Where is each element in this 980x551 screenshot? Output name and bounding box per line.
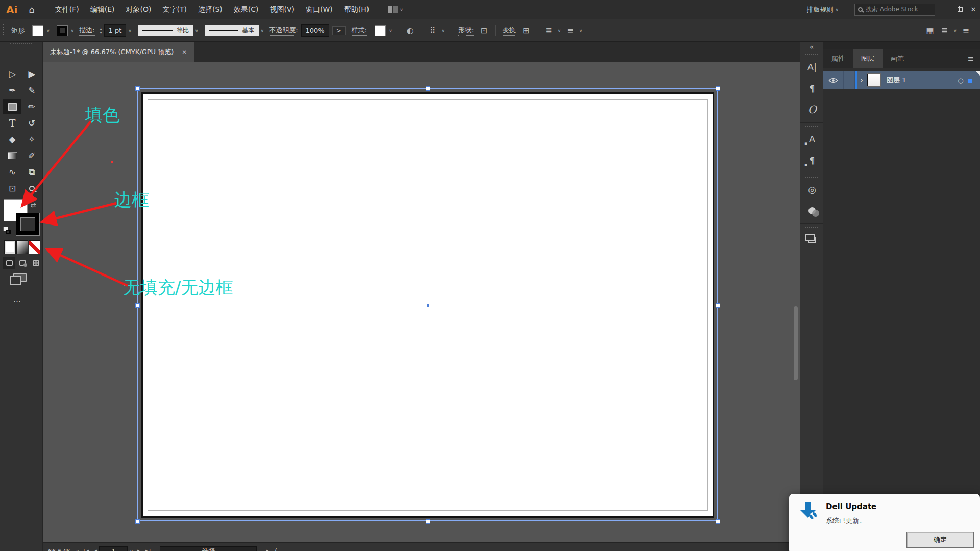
shaper-tool[interactable]: ✧	[22, 132, 41, 147]
character-styles-panel-icon[interactable]: A▪	[800, 128, 824, 149]
layer-visibility-toggle[interactable]	[823, 71, 844, 89]
chevron-down-icon[interactable]: ∨	[130, 549, 133, 551]
paintbrush-tool[interactable]: ✏	[22, 99, 41, 114]
tab-layers[interactable]: 图层	[853, 49, 883, 68]
chevron-down-icon[interactable]: ∨	[400, 7, 403, 12]
type-tool[interactable]: T	[3, 115, 21, 131]
artboard-tool[interactable]: ⊡	[3, 181, 21, 196]
pathfinder-panel-icon[interactable]	[800, 229, 824, 251]
menu-item-file[interactable]: 文件(F)	[50, 5, 85, 14]
curvature-tool[interactable]: ✎	[22, 83, 41, 98]
paragraph-settings-icon[interactable]: ≣	[941, 26, 948, 35]
character-panel-icon[interactable]: A|	[800, 56, 824, 78]
distribute-objects-icon[interactable]: ≡	[567, 26, 573, 35]
selection-handle-s[interactable]	[426, 519, 430, 524]
selection-handle-sw[interactable]	[135, 519, 140, 524]
default-fill-stroke-icon[interactable]	[3, 227, 12, 235]
style-label[interactable]: 样式:	[352, 26, 367, 36]
chevron-down-icon[interactable]: ∨	[579, 28, 583, 33]
brush-definition-dropdown[interactable]: 基本	[205, 25, 259, 36]
dock-group-handle[interactable]	[805, 126, 818, 127]
chevron-down-icon[interactable]: ∨	[261, 28, 264, 33]
ok-button[interactable]: 确定	[906, 532, 974, 548]
paragraph-styles-panel-icon[interactable]: ¶▪	[800, 149, 824, 171]
rotate-tool[interactable]: ↺	[22, 115, 41, 131]
paragraph-panel-icon[interactable]: ¶	[800, 78, 824, 99]
layer-expand-icon[interactable]: ›	[857, 76, 867, 85]
swap-fill-stroke-icon[interactable]: ⇄	[31, 201, 36, 209]
chevron-down-icon[interactable]: ∨	[128, 28, 132, 33]
stroke-color-control[interactable]	[16, 213, 39, 235]
menu-item-window[interactable]: 窗口(W)	[300, 5, 338, 14]
layer-thumbnail[interactable]	[867, 74, 880, 86]
menu-item-view[interactable]: 视图(V)	[264, 5, 301, 14]
illustrator-logo[interactable]: Ai	[6, 4, 17, 16]
panel-menu-icon[interactable]: ≡	[961, 49, 980, 68]
align-objects-icon[interactable]: ≣	[545, 26, 552, 35]
dock-group-handle[interactable]	[805, 227, 818, 228]
selection-handle-nw[interactable]	[135, 86, 140, 91]
home-icon[interactable]: ⌂	[29, 4, 34, 15]
next-artboard-button[interactable]: ▶	[137, 548, 141, 551]
gradient-tool[interactable]	[3, 148, 21, 163]
tab-brushes[interactable]: 画笔	[883, 49, 912, 68]
list-options-icon[interactable]: ≡	[963, 26, 969, 35]
selection-handle-w[interactable]	[135, 303, 140, 308]
chevron-down-icon[interactable]: ∨	[71, 28, 75, 33]
width-tool[interactable]: ∿	[3, 164, 21, 180]
artboard-number-field[interactable]: 1	[99, 546, 128, 551]
panel-grip[interactable]	[3, 24, 4, 37]
width-profile-dropdown[interactable]: 等比	[138, 25, 193, 36]
stroke-weight-label[interactable]: 描边:	[79, 26, 94, 36]
chevron-down-icon[interactable]: ∨	[953, 28, 957, 33]
layer-name[interactable]: 图层 1	[887, 76, 906, 85]
shape-label[interactable]: 形状:	[458, 26, 474, 36]
edit-toolbar-icon[interactable]: …	[13, 295, 22, 304]
chevron-down-icon[interactable]: ∨	[76, 549, 80, 551]
selection-handle-se[interactable]	[716, 519, 720, 524]
zoom-level-field[interactable]: 66.67%	[48, 548, 71, 551]
menu-item-effect[interactable]: 效果(C)	[228, 5, 264, 14]
eyedropper-tool[interactable]: ✐	[22, 148, 41, 163]
draw-inside-button[interactable]	[30, 257, 42, 269]
dell-update-notification[interactable]: Dell Update 系统已更新。 确定	[789, 494, 980, 551]
apply-recolor-button[interactable]: >	[332, 26, 346, 35]
chevron-down-icon[interactable]: ∨	[558, 28, 561, 33]
document-tab[interactable]: 未标题-1* @ 66.67% (CMYK/GPU 预览) ✕	[43, 42, 194, 62]
expand-panels-icon[interactable]: «	[800, 42, 823, 51]
menu-item-type[interactable]: 文字(T)	[157, 5, 192, 14]
close-button[interactable]: ✕	[967, 6, 980, 13]
layer-row[interactable]: › 图层 1 ○ ■	[823, 71, 980, 89]
fill-color-swatch[interactable]	[33, 26, 43, 36]
panel-drag-handle[interactable]	[10, 43, 32, 48]
composer-rules-dropdown[interactable]: 排版规则	[806, 5, 833, 14]
workspace-grid-icon[interactable]: ▦	[926, 26, 934, 35]
shape-options-icon[interactable]: ⊡	[480, 26, 487, 35]
transparency-panel-icon[interactable]	[800, 200, 824, 221]
zoom-tool[interactable]	[22, 181, 41, 196]
opacity-label[interactable]: 不透明度:	[269, 26, 298, 36]
document-setup-icon[interactable]: ◐	[407, 26, 414, 35]
tab-close-icon[interactable]: ✕	[182, 48, 187, 56]
dock-group-handle[interactable]	[805, 54, 818, 55]
opacity-field[interactable]: 100%	[301, 24, 329, 37]
transform-options-icon[interactable]: ⊞	[523, 26, 529, 35]
previous-artboard-button[interactable]: ◀	[93, 548, 97, 551]
none-button[interactable]	[29, 241, 40, 254]
chevron-down-icon[interactable]: ∨	[389, 28, 393, 33]
align-grid-icon[interactable]: ⠿	[430, 26, 436, 35]
draw-behind-button[interactable]	[16, 257, 29, 269]
puppet-warp-tool[interactable]: ⧉	[22, 164, 41, 180]
menu-item-select[interactable]: 选择(S)	[192, 5, 228, 14]
selection-handle-e[interactable]	[716, 303, 720, 308]
dock-group-handle[interactable]	[805, 177, 818, 178]
selection-handle-n[interactable]	[426, 86, 430, 91]
color-button[interactable]	[5, 241, 15, 254]
screen-mode-button[interactable]	[13, 273, 27, 282]
stroke-weight-field[interactable]: 1 pt	[104, 24, 127, 37]
appearance-panel-icon[interactable]: ◎	[800, 179, 824, 200]
minimize-button[interactable]: —	[940, 6, 953, 13]
transform-label[interactable]: 变换	[503, 26, 516, 36]
menu-item-object[interactable]: 对象(O)	[120, 5, 157, 14]
draw-normal-button[interactable]	[3, 257, 15, 269]
